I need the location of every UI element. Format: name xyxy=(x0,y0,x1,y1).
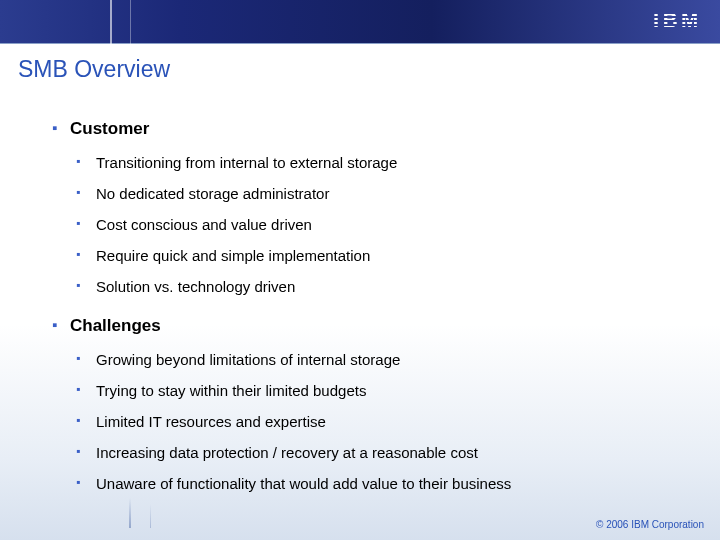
list-item: Trying to stay within their limited budg… xyxy=(96,375,690,406)
copyright-text: © 2006 IBM Corporation xyxy=(596,519,704,530)
header-divider xyxy=(130,0,131,44)
ibm-logo: IBM xyxy=(653,10,702,30)
section-heading-challenges: Challenges xyxy=(70,316,690,336)
header-bar: IBM xyxy=(0,0,720,44)
slide-title: SMB Overview xyxy=(0,44,720,83)
bullet-list-customer: Transitioning from internal to external … xyxy=(96,147,690,302)
list-item: Unaware of functionality that would add … xyxy=(96,468,690,499)
list-item: No dedicated storage administrator xyxy=(96,178,690,209)
slide-content: Customer Transitioning from internal to … xyxy=(0,83,720,499)
slide: IBM SMB Overview Customer Transitioning … xyxy=(0,0,720,540)
list-item: Growing beyond limitations of internal s… xyxy=(96,344,690,375)
header-divider xyxy=(110,0,112,44)
list-item: Transitioning from internal to external … xyxy=(96,147,690,178)
footer-divider xyxy=(129,498,131,528)
list-item: Cost conscious and value driven xyxy=(96,209,690,240)
list-item: Limited IT resources and expertise xyxy=(96,406,690,437)
list-item: Increasing data protection / recovery at… xyxy=(96,437,690,468)
list-item: Require quick and simple implementation xyxy=(96,240,690,271)
list-item: Solution vs. technology driven xyxy=(96,271,690,302)
section-heading-customer: Customer xyxy=(70,119,690,139)
footer-divider xyxy=(150,504,151,528)
bullet-list-challenges: Growing beyond limitations of internal s… xyxy=(96,344,690,499)
